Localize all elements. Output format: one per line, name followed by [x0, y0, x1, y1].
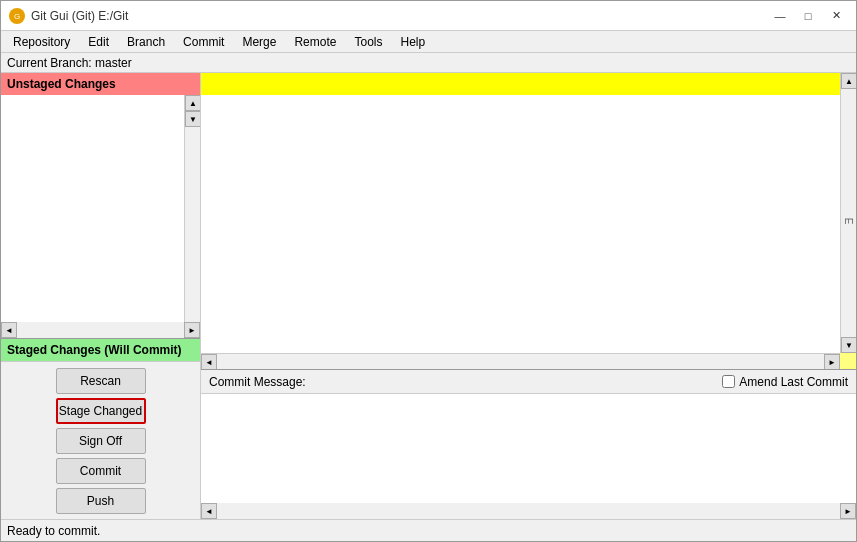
- amend-label: Amend Last Commit: [739, 375, 848, 389]
- left-panel: Unstaged Changes ▲ ▼ ◄ ► Staged Changes …: [1, 73, 201, 519]
- menu-branch[interactable]: Branch: [119, 33, 173, 51]
- diff-yellow-bar: [201, 73, 840, 95]
- unstaged-scrollbar-h[interactable]: ◄ ►: [1, 322, 200, 338]
- unstaged-section: Unstaged Changes ▲ ▼ ◄ ►: [1, 73, 200, 339]
- diff-content[interactable]: [201, 95, 840, 353]
- status-bar: Ready to commit.: [1, 519, 856, 541]
- commit-button[interactable]: Commit: [56, 458, 146, 484]
- main-content: Unstaged Changes ▲ ▼ ◄ ► Staged Changes …: [1, 73, 856, 519]
- diff-scroll-right[interactable]: ►: [824, 354, 840, 369]
- minimize-button[interactable]: —: [768, 6, 792, 26]
- side-label-e: E: [840, 214, 856, 229]
- diff-area: ▲ ▼ E ◄ ►: [201, 73, 856, 369]
- commit-scrollbar-h[interactable]: ◄ ►: [201, 503, 856, 519]
- menu-tools[interactable]: Tools: [346, 33, 390, 51]
- diff-scrollbar-h[interactable]: ◄ ►: [201, 353, 840, 369]
- action-buttons: Rescan Stage Changed Sign Off Commit Pus…: [1, 361, 200, 519]
- maximize-button[interactable]: □: [796, 6, 820, 26]
- status-text: Ready to commit.: [7, 524, 100, 538]
- unstaged-header: Unstaged Changes: [1, 73, 200, 95]
- diff-scroll-down[interactable]: ▼: [841, 337, 856, 353]
- scroll-up-arrow[interactable]: ▲: [185, 95, 200, 111]
- amend-checkbox-input[interactable]: [722, 375, 735, 388]
- commit-message-header: Commit Message: Amend Last Commit: [201, 370, 856, 394]
- commit-message-input[interactable]: [201, 394, 856, 503]
- menu-edit[interactable]: Edit: [80, 33, 117, 51]
- diff-scroll-left[interactable]: ◄: [201, 354, 217, 369]
- menu-bar: Repository Edit Branch Commit Merge Remo…: [1, 31, 856, 53]
- menu-remote[interactable]: Remote: [286, 33, 344, 51]
- main-window: G Git Gui (Git) E:/Git — □ ✕ Repository …: [0, 0, 857, 542]
- staged-section: Staged Changes (Will Commit) 📄 测试/测试.txt…: [1, 339, 200, 519]
- app-icon: G: [9, 8, 25, 24]
- commit-message-area: Commit Message: Amend Last Commit ◄ ►: [201, 369, 856, 519]
- current-branch-label: Current Branch: master: [7, 56, 132, 70]
- window-title: Git Gui (Git) E:/Git: [31, 9, 128, 23]
- commit-scroll-left[interactable]: ◄: [201, 503, 217, 519]
- title-bar: G Git Gui (Git) E:/Git — □ ✕: [1, 1, 856, 31]
- close-button[interactable]: ✕: [824, 6, 848, 26]
- branch-bar: Current Branch: master: [1, 53, 856, 73]
- unstaged-file-list[interactable]: ▲ ▼: [1, 95, 200, 322]
- svg-text:G: G: [14, 12, 20, 21]
- push-button[interactable]: Push: [56, 488, 146, 514]
- unstaged-scrollbar-v[interactable]: ▲ ▼: [184, 95, 200, 322]
- stage-changed-button[interactable]: Stage Changed: [56, 398, 146, 424]
- right-panel: ▲ ▼ E ◄ ► Commit Message:: [201, 73, 856, 519]
- menu-help[interactable]: Help: [392, 33, 433, 51]
- title-bar-left: G Git Gui (Git) E:/Git: [9, 8, 128, 24]
- menu-merge[interactable]: Merge: [234, 33, 284, 51]
- commit-scroll-right[interactable]: ►: [840, 503, 856, 519]
- menu-repository[interactable]: Repository: [5, 33, 78, 51]
- commit-message-label: Commit Message:: [209, 375, 306, 389]
- rescan-button[interactable]: Rescan: [56, 368, 146, 394]
- diff-scroll-up[interactable]: ▲: [841, 73, 856, 89]
- window-controls: — □ ✕: [768, 6, 848, 26]
- scroll-left-arrow[interactable]: ◄: [1, 322, 17, 338]
- sign-off-button[interactable]: Sign Off: [56, 428, 146, 454]
- staged-header: Staged Changes (Will Commit): [1, 339, 200, 361]
- scroll-down-arrow[interactable]: ▼: [185, 111, 200, 127]
- menu-commit[interactable]: Commit: [175, 33, 232, 51]
- amend-checkbox[interactable]: Amend Last Commit: [722, 375, 848, 389]
- scroll-right-arrow[interactable]: ►: [184, 322, 200, 338]
